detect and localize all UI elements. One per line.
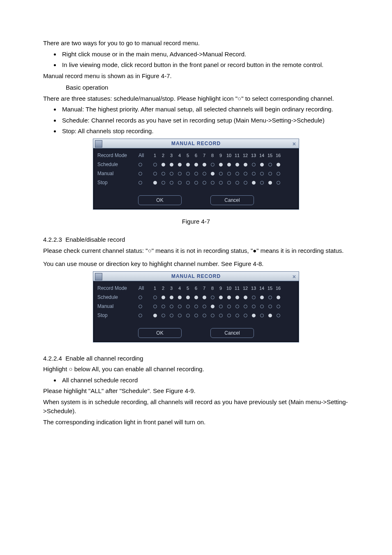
ok-button[interactable]: OK (138, 195, 182, 205)
channel-radio[interactable] (167, 312, 175, 319)
channel-radio[interactable] (233, 294, 241, 301)
channel-radio[interactable] (208, 170, 217, 177)
channel-radio[interactable] (258, 161, 266, 168)
channel-radio[interactable] (217, 294, 225, 301)
channel-radio[interactable] (225, 294, 233, 301)
channel-radio[interactable] (225, 170, 233, 177)
channel-radio[interactable] (151, 294, 159, 301)
channel-radio[interactable] (200, 179, 208, 186)
channel-radio[interactable] (192, 312, 200, 319)
channel-radio[interactable] (217, 303, 225, 310)
cancel-button[interactable]: Cancel (210, 328, 254, 338)
channel-radio[interactable] (184, 170, 192, 177)
channel-radio[interactable] (208, 312, 217, 319)
channel-radio[interactable] (200, 312, 208, 319)
channel-radio[interactable] (258, 294, 266, 301)
channel-radio[interactable] (266, 312, 274, 319)
channel-radio[interactable] (200, 303, 208, 310)
channel-radio[interactable] (274, 170, 282, 177)
channel-radio[interactable] (208, 303, 217, 310)
ok-button[interactable]: OK (138, 328, 182, 338)
channel-radio[interactable] (266, 303, 274, 310)
channel-radio[interactable] (233, 179, 241, 186)
channel-radio[interactable] (217, 179, 225, 186)
channel-radio[interactable] (184, 161, 192, 168)
channel-radio[interactable] (249, 161, 258, 168)
channel-radio[interactable] (200, 161, 208, 168)
all-radio[interactable] (138, 179, 151, 186)
channel-radio[interactable] (225, 303, 233, 310)
channel-radio[interactable] (192, 303, 200, 310)
channel-radio[interactable] (274, 294, 282, 301)
all-radio[interactable] (138, 312, 151, 319)
channel-radio[interactable] (200, 170, 208, 177)
channel-radio[interactable] (258, 179, 266, 186)
channel-radio[interactable] (175, 170, 184, 177)
all-radio[interactable] (138, 294, 151, 301)
channel-radio[interactable] (184, 303, 192, 310)
channel-radio[interactable] (249, 312, 258, 319)
channel-radio[interactable] (266, 170, 274, 177)
channel-radio[interactable] (159, 161, 167, 168)
channel-radio[interactable] (241, 179, 249, 186)
all-radio[interactable] (138, 161, 151, 168)
channel-radio[interactable] (159, 294, 167, 301)
channel-radio[interactable] (233, 161, 241, 168)
channel-radio[interactable] (225, 312, 233, 319)
channel-radio[interactable] (167, 303, 175, 310)
channel-radio[interactable] (208, 161, 217, 168)
channel-radio[interactable] (241, 161, 249, 168)
channel-radio[interactable] (274, 303, 282, 310)
channel-radio[interactable] (159, 312, 167, 319)
channel-radio[interactable] (151, 303, 159, 310)
channel-radio[interactable] (167, 170, 175, 177)
channel-radio[interactable] (225, 161, 233, 168)
channel-radio[interactable] (151, 161, 159, 168)
channel-radio[interactable] (151, 170, 159, 177)
channel-radio[interactable] (241, 170, 249, 177)
channel-radio[interactable] (225, 179, 233, 186)
channel-radio[interactable] (184, 179, 192, 186)
channel-radio[interactable] (217, 161, 225, 168)
channel-radio[interactable] (233, 170, 241, 177)
close-icon[interactable]: × (293, 140, 296, 148)
channel-radio[interactable] (159, 179, 167, 186)
channel-radio[interactable] (241, 312, 249, 319)
channel-radio[interactable] (151, 312, 159, 319)
channel-radio[interactable] (274, 161, 282, 168)
channel-radio[interactable] (266, 161, 274, 168)
channel-radio[interactable] (274, 312, 282, 319)
channel-radio[interactable] (159, 303, 167, 310)
channel-radio[interactable] (175, 312, 184, 319)
all-radio[interactable] (138, 170, 151, 177)
channel-radio[interactable] (175, 161, 184, 168)
channel-radio[interactable] (151, 179, 159, 186)
channel-radio[interactable] (266, 179, 274, 186)
close-icon[interactable]: × (293, 273, 296, 281)
channel-radio[interactable] (258, 303, 266, 310)
channel-radio[interactable] (159, 170, 167, 177)
channel-radio[interactable] (167, 179, 175, 186)
channel-radio[interactable] (167, 294, 175, 301)
channel-radio[interactable] (208, 294, 217, 301)
channel-radio[interactable] (274, 179, 282, 186)
channel-radio[interactable] (241, 303, 249, 310)
channel-radio[interactable] (184, 294, 192, 301)
channel-radio[interactable] (249, 303, 258, 310)
channel-radio[interactable] (266, 294, 274, 301)
channel-radio[interactable] (167, 161, 175, 168)
channel-radio[interactable] (192, 161, 200, 168)
channel-radio[interactable] (217, 312, 225, 319)
channel-radio[interactable] (241, 294, 249, 301)
channel-radio[interactable] (217, 170, 225, 177)
channel-radio[interactable] (192, 170, 200, 177)
channel-radio[interactable] (249, 179, 258, 186)
channel-radio[interactable] (175, 294, 184, 301)
channel-radio[interactable] (233, 303, 241, 310)
channel-radio[interactable] (192, 294, 200, 301)
all-radio[interactable] (138, 303, 151, 310)
channel-radio[interactable] (184, 312, 192, 319)
channel-radio[interactable] (192, 179, 200, 186)
channel-radio[interactable] (249, 170, 258, 177)
channel-radio[interactable] (200, 294, 208, 301)
